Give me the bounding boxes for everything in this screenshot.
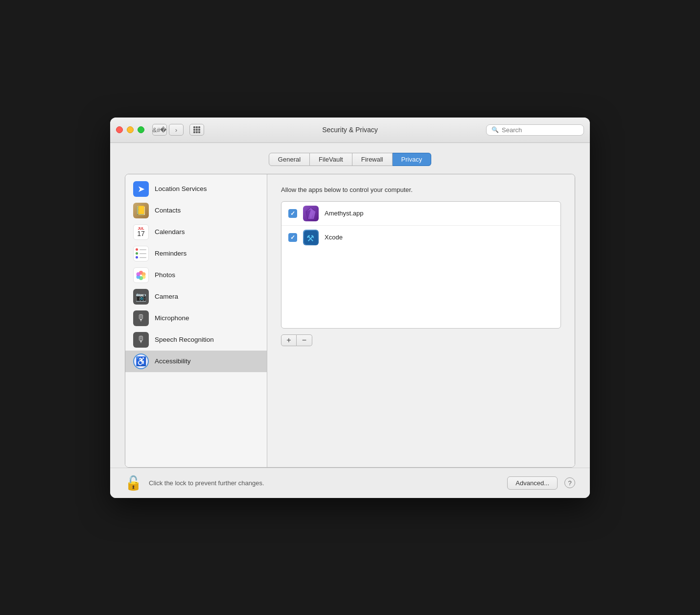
search-bar[interactable]: 🔍	[486, 124, 584, 136]
list-actions: + −	[281, 334, 561, 346]
sidebar-item-contacts[interactable]: 📒 Contacts	[125, 200, 267, 221]
search-icon: 🔍	[491, 126, 499, 133]
calendars-icon: JUL 17	[133, 224, 149, 240]
sidebar-label-speech: Speech Recognition	[155, 336, 214, 343]
sidebar-item-accessibility[interactable]: ♿ Accessibility	[125, 351, 267, 372]
app-row-amethyst[interactable]: ✓ Amethyst.app	[281, 202, 560, 226]
apps-list: ✓ Amethyst.app	[281, 201, 561, 329]
amethyst-checkbox[interactable]: ✓	[288, 209, 297, 218]
xcode-name: Xcode	[325, 234, 343, 241]
lock-icon[interactable]: 🔓	[125, 475, 142, 491]
search-input[interactable]	[502, 126, 579, 134]
sidebar-label-accessibility: Accessibility	[155, 357, 191, 365]
window-title: Security & Privacy	[322, 126, 378, 134]
xcode-checkbox[interactable]: ✓	[288, 233, 297, 242]
grid-icon	[193, 126, 200, 133]
sidebar-item-microphone[interactable]: 🎙 Microphone	[125, 308, 267, 329]
forward-button[interactable]: ›	[169, 124, 184, 136]
bottom-bar: 🔓 Click the lock to prevent further chan…	[110, 468, 590, 498]
svg-point-5	[137, 272, 140, 276]
panel-description: Allow the apps below to control your com…	[281, 186, 561, 193]
close-button[interactable]	[116, 126, 123, 133]
sidebar-label-camera: Camera	[155, 293, 178, 300]
sidebar-item-photos[interactable]: Photos	[125, 264, 267, 286]
sidebar-item-camera[interactable]: 📷 Camera	[125, 286, 267, 308]
traffic-lights	[116, 126, 144, 133]
back-button[interactable]: &#�	[152, 124, 167, 136]
tab-firewall[interactable]: Firewall	[352, 153, 393, 166]
speech-icon: 🎙	[133, 332, 149, 348]
main-panel: ➤ Location Services 📒 Contacts JUL	[125, 174, 575, 468]
photos-icon	[133, 267, 149, 283]
remove-app-button[interactable]: −	[297, 334, 312, 346]
accessibility-icon: ♿	[133, 354, 149, 369]
sidebar-item-reminders[interactable]: Reminders	[125, 243, 267, 264]
sidebar-label-location: Location Services	[155, 185, 207, 192]
tabs: General FileVault Firewall Privacy	[125, 153, 575, 166]
tab-general[interactable]: General	[269, 153, 310, 166]
maximize-button[interactable]	[138, 126, 144, 133]
add-app-button[interactable]: +	[281, 334, 297, 346]
sidebar-item-speech[interactable]: 🎙 Speech Recognition	[125, 329, 267, 351]
sidebar-item-calendars[interactable]: JUL 17 Calendars	[125, 221, 267, 243]
location-icon: ➤	[133, 181, 149, 197]
sidebar-label-photos: Photos	[155, 271, 175, 279]
microphone-icon: 🎙	[133, 310, 149, 326]
camera-icon: 📷	[133, 289, 149, 305]
sidebar-label-reminders: Reminders	[155, 250, 187, 257]
amethyst-name: Amethyst.app	[325, 210, 364, 217]
right-panel: Allow the apps below to control your com…	[267, 174, 575, 467]
sidebar-item-location[interactable]: ➤ Location Services	[125, 178, 267, 200]
reminders-icon	[133, 246, 149, 261]
main-window: &#� › Security & Privacy 🔍 General FileV…	[110, 118, 590, 498]
titlebar: &#� › Security & Privacy 🔍	[110, 118, 590, 143]
app-row-xcode[interactable]: ✓ ⚒ Xcode	[281, 226, 560, 249]
amethyst-icon	[303, 206, 319, 221]
advanced-button[interactable]: Advanced...	[507, 476, 558, 490]
sidebar-label-microphone: Microphone	[155, 314, 189, 322]
grid-button[interactable]	[189, 124, 204, 136]
nav-buttons: &#� ›	[152, 124, 204, 136]
sidebar-label-contacts: Contacts	[155, 207, 181, 214]
help-button[interactable]: ?	[564, 477, 575, 488]
lock-text: Click the lock to prevent further change…	[149, 479, 500, 487]
svg-text:⚒: ⚒	[306, 234, 314, 243]
tab-privacy[interactable]: Privacy	[393, 153, 432, 166]
contacts-icon: 📒	[133, 203, 149, 218]
minimize-button[interactable]	[127, 126, 134, 133]
content-area: General FileVault Firewall Privacy ➤ Loc…	[110, 143, 590, 468]
xcode-icon: ⚒	[303, 230, 319, 245]
sidebar: ➤ Location Services 📒 Contacts JUL	[125, 174, 267, 467]
sidebar-label-calendars: Calendars	[155, 228, 185, 236]
tab-filevault[interactable]: FileVault	[310, 153, 352, 166]
